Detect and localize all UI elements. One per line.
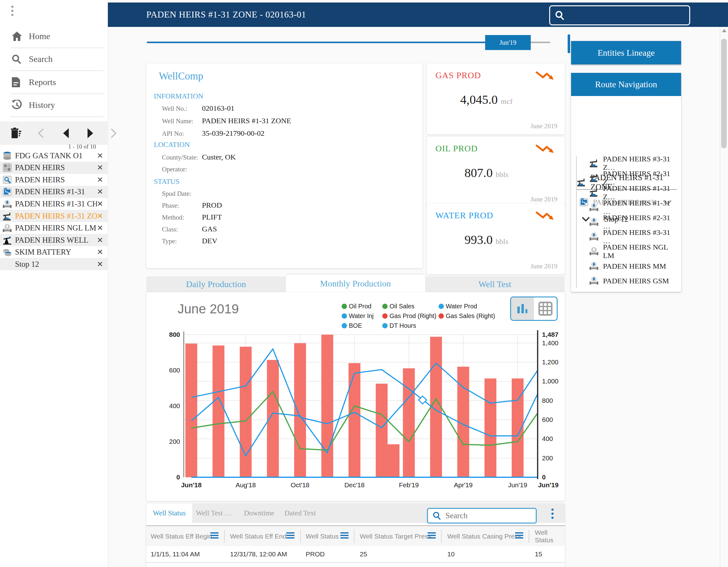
sidebar-item-history[interactable]: History: [0, 95, 108, 115]
close-icon[interactable]: ✕: [97, 248, 103, 256]
field-label: Well Name:: [162, 117, 193, 125]
column-header[interactable]: Well Status: [306, 526, 339, 547]
tab-well-status[interactable]: Well Status: [146, 504, 192, 523]
entity-list-item[interactable]: PADEN HEIRS #1-31 ZO… ✕: [0, 210, 108, 222]
svg-text:Aug'18: Aug'18: [236, 481, 256, 489]
scroll-up-icon[interactable]: [722, 29, 726, 32]
svg-text:400: 400: [169, 402, 180, 409]
trend-down-icon: [535, 210, 555, 221]
close-icon[interactable]: ✕: [97, 236, 103, 244]
trend-down-icon: [535, 143, 555, 154]
column-menu-icon[interactable]: [515, 532, 523, 539]
sidebar-item-home[interactable]: Home: [0, 27, 108, 46]
route-child-item[interactable]: PADEN HEIRS #1-31 Z…: [589, 185, 677, 200]
svg-text:200: 200: [542, 454, 553, 462]
sidebar-item-reports[interactable]: Reports: [0, 73, 108, 92]
close-icon[interactable]: ✕: [97, 187, 103, 196]
svg-text:Oct'18: Oct'18: [291, 481, 309, 489]
kpi-period: June 2019: [530, 122, 557, 130]
sidebar-item-search[interactable]: Search: [0, 49, 108, 69]
search-icon: [432, 511, 442, 520]
tab-well-test-[interactable]: Well Test …: [190, 504, 237, 523]
route-child-item[interactable]: PADEN HEIRS #3-31 …: [589, 229, 677, 244]
kpi-period: June 2019: [530, 262, 557, 270]
timeline-track[interactable]: [147, 42, 485, 43]
entity-list-item[interactable]: Stop 12 ✕: [0, 258, 108, 270]
page-first-icon[interactable]: [38, 128, 44, 138]
route-child-item[interactable]: PADEN HEIRS #1-31 …: [589, 200, 677, 214]
timeline-handle[interactable]: Jun'19: [485, 35, 531, 50]
page-prev-icon[interactable]: [63, 128, 69, 138]
entity-list-item[interactable]: SKIM BATTERY ✕: [0, 246, 108, 258]
entity-label: PADEN HEIRS #1-31 CH…: [15, 199, 97, 208]
close-icon[interactable]: ✕: [97, 223, 103, 232]
route-child-item[interactable]: PADEN HEIRS GSM: [589, 273, 677, 288]
route-child-item[interactable]: PADEN HEIRS #2-31 …: [589, 215, 677, 229]
route-child-item[interactable]: PADEN HEIRS #3-31 Z…: [589, 156, 677, 170]
entity-list-item[interactable]: PADEN HEIRS ✕: [0, 173, 108, 186]
tab-downtime[interactable]: Downtime: [238, 504, 281, 523]
entity-list-item[interactable]: PADEN HEIRS ✕: [0, 162, 108, 174]
sidebar-kebab-menu-icon[interactable]: [11, 6, 13, 16]
column-header[interactable]: Well Status Target Press: [360, 526, 431, 547]
ngl-meter-icon: [3, 223, 13, 233]
route-icon: [579, 197, 590, 207]
header-search-input[interactable]: [565, 11, 679, 20]
column-divider: [354, 530, 354, 543]
pumpjack-icon: [589, 173, 600, 183]
entity-list-item[interactable]: FDG GAS TANK O1 ✕: [0, 149, 108, 162]
route-child-item[interactable]: PADEN HEIRS #2-31 Z…: [589, 171, 677, 185]
column-header[interactable]: Well Status: [535, 526, 565, 547]
column-divider: [529, 530, 529, 543]
column-menu-icon[interactable]: [210, 532, 218, 539]
close-icon[interactable]: ✕: [97, 175, 103, 184]
tab-dated-text[interactable]: Dated Text: [278, 504, 323, 523]
column-menu-icon[interactable]: [428, 532, 436, 539]
kpi-value: 807.0: [464, 166, 493, 180]
svg-text:0: 0: [542, 474, 546, 481]
route-child-item[interactable]: PADEN HEIRS NGL LM: [589, 244, 677, 258]
tab-well-test[interactable]: Well Test: [425, 276, 565, 292]
header-search[interactable]: [549, 5, 690, 25]
table-row[interactable]: 1/1/15, 11:04 AM12/31/78, 12:00 AMPROD25…: [146, 546, 565, 563]
chevron-down-icon[interactable]: [582, 217, 590, 222]
svg-text:Apr'19: Apr'19: [454, 481, 473, 489]
close-icon[interactable]: ✕: [97, 151, 103, 160]
close-icon[interactable]: ✕: [97, 260, 103, 268]
field-value: DEV: [202, 237, 217, 245]
entities-lineage-button[interactable]: Entities Lineage: [571, 41, 681, 64]
entity-label: PADEN HEIRS: [15, 163, 97, 172]
production-chart: 020040060080002004006008001,0001,2001,40…: [146, 292, 565, 501]
timeline-end-handle[interactable]: [568, 34, 570, 53]
close-icon[interactable]: ✕: [97, 199, 103, 208]
entity-list-item[interactable]: PADEN HEIRS #1-31 ✕: [0, 186, 108, 198]
field-label: Type:: [162, 237, 177, 245]
table-kebab-menu-icon[interactable]: [551, 509, 554, 519]
tab-daily-production[interactable]: Daily Production: [146, 276, 286, 292]
clear-list-icon[interactable]: [11, 128, 21, 139]
column-menu-icon[interactable]: [340, 532, 349, 539]
gas-meter-icon: [3, 199, 13, 208]
page-next-icon[interactable]: [87, 128, 94, 138]
entity-list-item[interactable]: PADEN HEIRS #1-31 CH… ✕: [0, 198, 108, 210]
column-header[interactable]: Well Status Eff Begin: [151, 526, 212, 547]
well-status-panel: Well StatusWell Test …DowntimeDated Text…: [146, 504, 565, 567]
table-search-input[interactable]: [445, 511, 527, 521]
close-icon[interactable]: ✕: [97, 163, 103, 172]
route-child-item[interactable]: PADEN HEIRS MM: [589, 259, 677, 273]
entity-list-item[interactable]: PADEN HEIRS WELL ✕: [0, 234, 108, 246]
entity-label: PADEN HEIRS NGL LM: [15, 223, 97, 232]
wellcomp-card: WellComp INFORMATION LOCATION STATUS Wel…: [146, 63, 423, 268]
close-icon[interactable]: ✕: [97, 212, 103, 220]
table-search[interactable]: [427, 508, 537, 524]
svg-text:Jun'19: Jun'19: [538, 481, 559, 489]
page-last-icon[interactable]: [110, 128, 117, 138]
timeline-track-remainder[interactable]: [531, 42, 550, 43]
scrollbar-thumb[interactable]: [721, 39, 727, 148]
tab-monthly-production[interactable]: Monthly Production: [286, 274, 425, 293]
column-header[interactable]: Well Status Casing Press: [447, 526, 521, 547]
column-header[interactable]: Well Status Eff End: [230, 526, 286, 547]
svg-text:1,000: 1,000: [542, 378, 559, 385]
entity-list-item[interactable]: PADEN HEIRS NGL LM ✕: [0, 222, 108, 234]
column-menu-icon[interactable]: [286, 532, 294, 539]
